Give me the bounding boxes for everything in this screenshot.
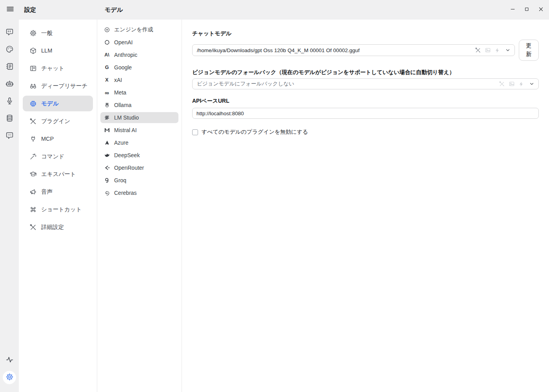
minimize-button[interactable] <box>507 4 518 15</box>
binoculars-icon <box>29 82 37 90</box>
cpu-icon <box>29 100 37 107</box>
vision-tools-icon[interactable] <box>499 81 505 87</box>
chat-quote-icon <box>5 28 14 38</box>
model-tools-icon[interactable] <box>475 47 481 53</box>
sidebar-item-advanced[interactable]: 詳細設定 <box>23 219 93 235</box>
provider-item-openrouter[interactable]: OpenRouter <box>100 162 178 173</box>
notes-icon <box>5 62 14 72</box>
provider-item-cerebras[interactable]: Cerebras <box>100 187 178 198</box>
cerebras-icon <box>104 190 110 196</box>
sidebar-item-shortcuts[interactable]: ショートカット <box>23 201 93 217</box>
azure-icon <box>104 140 110 146</box>
sidebar-item-plugins[interactable]: プラグイン <box>23 113 93 129</box>
provider-item-anthropic[interactable]: A\Anthropic <box>100 49 178 60</box>
chevron-down-icon <box>529 81 534 87</box>
mistral-icon <box>104 127 110 134</box>
sidebar-item-chat[interactable]: チャット <box>23 60 93 76</box>
provider-item-lm-studio[interactable]: LM Studio <box>100 112 178 123</box>
rail-message-dots-button[interactable] <box>3 129 16 143</box>
sidebar-item-label: ショートカット <box>41 206 82 213</box>
wand-icon <box>29 152 37 160</box>
app-window: 設定 モデル 一般LLMチャットディープリサーチモデルプラグインMCPコマンドエ… <box>0 0 549 392</box>
megaphone-icon <box>29 188 37 196</box>
vision-fallback-select[interactable]: ビジョンモデルにフォールバックしない <box>192 78 539 89</box>
api-base-url-input[interactable] <box>192 108 539 119</box>
chat-model-select-icons <box>475 47 511 53</box>
rail-activity-button[interactable] <box>3 354 16 367</box>
sidebar-item-label: MCP <box>41 136 54 142</box>
provider-item-label: LM Studio <box>114 114 139 121</box>
rail-notes-button[interactable] <box>3 60 16 74</box>
rail-palette-button[interactable] <box>3 43 16 56</box>
provider-item-label: Cerebras <box>114 190 137 196</box>
panel-icon <box>29 64 37 72</box>
sidebar-item-llm[interactable]: LLM <box>23 43 93 58</box>
sidebar-item-voice[interactable]: 音声 <box>23 184 93 200</box>
sidebar-item-experts[interactable]: エキスパート <box>23 166 93 182</box>
grad-cap-icon <box>29 170 37 178</box>
rail-gear-button[interactable] <box>3 371 16 384</box>
vision-image-icon[interactable] <box>509 81 515 87</box>
provider-item-mistral[interactable]: Mistral AI <box>100 125 178 136</box>
anthropic-icon: A\ <box>104 52 110 58</box>
provider-item-label: Mistral AI <box>114 127 137 133</box>
ollama-icon <box>104 102 110 109</box>
palette-icon <box>5 45 14 55</box>
vision-select-icons <box>499 81 534 87</box>
provider-item-groq[interactable]: Groq <box>100 175 178 186</box>
maximize-button[interactable] <box>521 4 532 15</box>
chat-model-row: /home/ikuya/Downloads/gpt Oss 120b Q4_K_… <box>192 40 539 61</box>
rail-database-button[interactable] <box>3 112 16 125</box>
sidebar-item-commands[interactable]: コマンド <box>23 149 93 164</box>
provider-item-openai[interactable]: OpenAI <box>100 37 178 48</box>
database-icon <box>5 114 14 124</box>
chevron-down-icon <box>505 47 511 53</box>
page-title: モデル <box>105 0 123 20</box>
plug-icon <box>29 135 37 143</box>
sidebar-item-mcp[interactable]: MCP <box>23 131 93 147</box>
lmstudio-icon <box>104 114 110 121</box>
sidebar-item-models[interactable]: モデル <box>23 96 93 111</box>
tools-icon <box>29 223 37 231</box>
sidebar-item-label: ディープリサーチ <box>41 82 87 90</box>
provider-item-create-engine[interactable]: エンジンを作成 <box>100 24 178 35</box>
mic-icon <box>5 97 14 107</box>
model-vision-icon[interactable] <box>485 47 491 53</box>
disable-plugins-row: すべてのモデルのプラグインを無効にする <box>192 129 539 136</box>
gear-icon <box>29 29 37 37</box>
provider-item-azure[interactable]: Azure <box>100 137 178 148</box>
xai-icon: X <box>104 77 110 83</box>
disable-plugins-checkbox[interactable] <box>192 129 198 135</box>
rail-chat-quote-button[interactable] <box>3 26 16 39</box>
sidebar-item-label: 音声 <box>41 188 53 196</box>
icon-rail <box>0 20 19 392</box>
provider-item-xai[interactable]: XxAI <box>100 74 178 85</box>
square-icon <box>524 6 529 13</box>
sidebar-item-deep-research[interactable]: ディープリサーチ <box>23 78 93 94</box>
provider-item-deepseek[interactable]: DeepSeek <box>100 150 178 161</box>
provider-item-label: xAI <box>114 77 122 83</box>
openai-icon <box>104 39 110 46</box>
refresh-models-button[interactable]: 更新 <box>519 40 539 61</box>
vision-bolt-icon[interactable] <box>518 81 524 87</box>
activity-icon <box>5 356 14 365</box>
message-dots-icon <box>5 131 14 141</box>
hamburger-menu-button[interactable] <box>5 4 16 15</box>
rail-mic-button[interactable] <box>3 95 16 108</box>
provider-item-label: OpenRouter <box>114 165 144 171</box>
model-bolt-icon[interactable] <box>494 47 500 53</box>
chat-model-select[interactable]: /home/ikuya/Downloads/gpt Oss 120b Q4_K_… <box>192 44 515 56</box>
provider-item-google[interactable]: GGoogle <box>100 62 178 73</box>
provider-item-label: Azure <box>114 140 129 146</box>
rail-robot-button[interactable] <box>3 78 16 91</box>
gear-icon <box>5 373 14 383</box>
titlebar: 設定 モデル <box>0 0 549 20</box>
sidebar-item-label: プラグイン <box>41 118 70 125</box>
sidebar-item-general[interactable]: 一般 <box>23 25 93 41</box>
provider-item-ollama[interactable]: Ollama <box>100 100 178 111</box>
provider-item-meta[interactable]: ∞Meta <box>100 87 178 98</box>
provider-item-label: OpenAI <box>114 39 133 45</box>
disable-plugins-label: すべてのモデルのプラグインを無効にする <box>202 129 308 136</box>
close-button[interactable] <box>535 4 546 15</box>
provider-item-label: Google <box>114 64 132 71</box>
